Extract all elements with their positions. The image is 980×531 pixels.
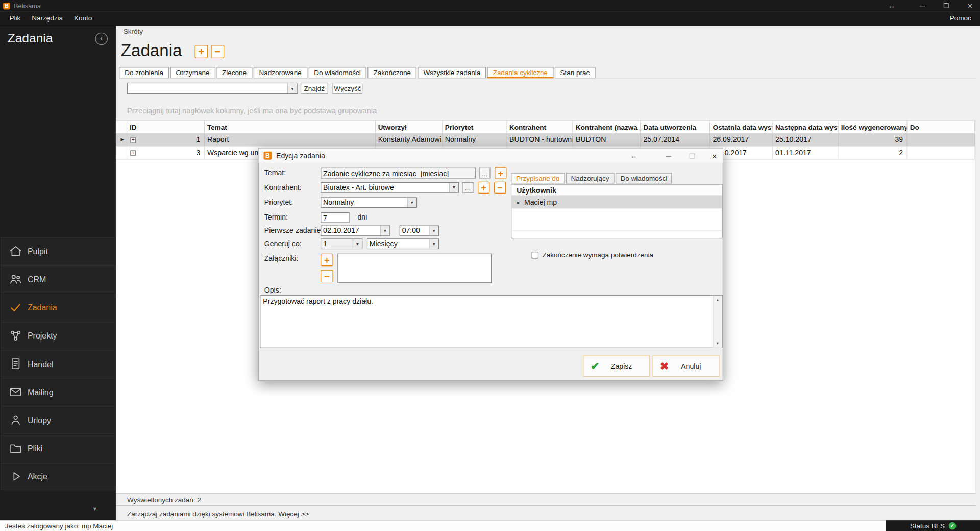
remove-task-button[interactable]: − bbox=[211, 45, 224, 58]
zalacznik-add-button[interactable]: + bbox=[321, 254, 333, 267]
generuj-interval-select[interactable]: 1 ▾ bbox=[321, 238, 362, 249]
cell-ilosc-value: 39 bbox=[895, 136, 906, 143]
menu-pomoc[interactable]: Pomoc bbox=[944, 11, 980, 26]
tab-do-zrobienia[interactable]: Do zrobienia bbox=[119, 67, 169, 78]
dialog-minimize-button[interactable] bbox=[662, 149, 675, 163]
menu-konto[interactable]: Konto bbox=[68, 11, 97, 26]
sidebar-item-akcje[interactable]: Akcje bbox=[1, 463, 115, 490]
dialog-title: Edycja zadania bbox=[276, 152, 325, 159]
kontrahent-select[interactable]: Biuratex - Art. biurowe ▾ bbox=[321, 182, 459, 193]
tab-nadzorujacy[interactable]: Nadzorujący bbox=[566, 173, 615, 183]
tab-nadzorowane[interactable]: Nadzorowane bbox=[254, 67, 307, 78]
find-button[interactable]: Znajdź bbox=[301, 83, 328, 94]
promo-link[interactable]: Zarządzaj zadaniami dzięki systemowi Bel… bbox=[116, 506, 975, 517]
sidebar-back-button[interactable]: ‹ bbox=[95, 32, 108, 45]
tab-stan-prac[interactable]: Stan prac bbox=[555, 67, 596, 78]
combo-arrow-icon[interactable]: ▾ bbox=[380, 226, 389, 235]
dialog-resize-icon[interactable]: ↔ bbox=[627, 149, 641, 163]
sidebar-item-projekty[interactable]: Projekty bbox=[1, 322, 115, 349]
opis-scrollbar[interactable]: ▲ ▼ bbox=[713, 296, 722, 348]
play-icon bbox=[9, 470, 22, 484]
cell-kontrahent: BUDTON - hurtowni... bbox=[507, 133, 573, 146]
dialog-maximize-button[interactable] bbox=[685, 149, 699, 163]
menu-plik[interactable]: Plik bbox=[4, 11, 26, 26]
sidebar-item-mailing[interactable]: Mailing bbox=[1, 378, 115, 406]
scroll-down-icon[interactable]: ▼ bbox=[716, 339, 719, 347]
tab-do-wiadomosci-dialog[interactable]: Do wiadomości bbox=[616, 173, 672, 183]
combo-arrow-icon[interactable]: ▾ bbox=[287, 83, 297, 93]
temat-browse-button[interactable]: ... bbox=[479, 168, 491, 179]
cancel-button[interactable]: ✖ Anuluj bbox=[652, 356, 719, 377]
column-header-nastepna-data-wysylki[interactable]: Następna data wysyłki bbox=[773, 121, 839, 133]
tab-wszystkie-zadania[interactable]: Wszystkie zadania bbox=[418, 67, 486, 78]
sidebar-item-crm[interactable]: CRM bbox=[1, 266, 115, 293]
window-close-button[interactable]: × bbox=[963, 0, 977, 11]
zalaczniki-list[interactable] bbox=[337, 254, 492, 283]
dialog-titlebar: B Edycja zadania ↔ × bbox=[259, 149, 723, 163]
window-resize-icon[interactable]: ↔ bbox=[885, 0, 899, 11]
application-window: B Belisama ↔ × Plik Narzędzia Konto Pomo… bbox=[0, 0, 980, 531]
kontrahent-add-button[interactable]: + bbox=[478, 182, 489, 194]
breadcrumb[interactable]: Skróty bbox=[124, 28, 143, 35]
combo-arrow-icon[interactable]: ▾ bbox=[407, 198, 416, 207]
pierwsze-time-select[interactable]: 07:00 ▾ bbox=[400, 226, 439, 236]
pierwsze-date-value: 02.10.2017 bbox=[321, 226, 380, 235]
sidebar-item-pliki[interactable]: Pliki bbox=[1, 435, 115, 462]
search-input[interactable] bbox=[128, 83, 287, 93]
column-header-temat[interactable]: Temat bbox=[205, 121, 376, 133]
kontrahent-remove-button[interactable]: − bbox=[494, 182, 506, 194]
column-header-data-utworzenia[interactable]: Data utworzenia bbox=[641, 121, 710, 133]
sidebar-collapse-caret[interactable]: ▾ bbox=[93, 504, 96, 511]
tab-przypisane-do[interactable]: Przypisane do bbox=[511, 173, 565, 183]
add-task-button[interactable]: + bbox=[195, 45, 208, 58]
tab-do-wiadomosci[interactable]: Do wiadomości bbox=[308, 67, 366, 78]
combo-arrow-icon[interactable]: ▾ bbox=[353, 239, 362, 248]
tab-zlecone[interactable]: Zlecone bbox=[216, 67, 252, 78]
column-header-do[interactable]: Do bbox=[908, 121, 975, 133]
scroll-up-icon[interactable]: ▲ bbox=[716, 296, 719, 304]
combo-arrow-icon[interactable]: ▾ bbox=[429, 239, 438, 248]
expand-row-icon[interactable]: + bbox=[130, 137, 136, 142]
dialog-close-button[interactable]: × bbox=[707, 149, 721, 163]
user-row[interactable]: ▸ Maciej mp bbox=[511, 196, 722, 209]
column-header-utworzyl[interactable]: Utworzył bbox=[376, 121, 443, 133]
sidebar-item-handel[interactable]: Handel bbox=[1, 350, 115, 378]
sidebar-header: Zadania ‹ bbox=[0, 26, 116, 45]
zalacznik-remove-button[interactable]: − bbox=[321, 270, 333, 283]
tab-otrzymane[interactable]: Otrzymane bbox=[170, 67, 215, 78]
pierwsze-date-select[interactable]: 02.10.2017 ▾ bbox=[321, 226, 390, 236]
temat-add-button[interactable]: + bbox=[495, 167, 506, 179]
window-maximize-button[interactable] bbox=[939, 0, 953, 11]
edit-task-dialog: B Edycja zadania ↔ × Temat: ... + Kontra… bbox=[258, 148, 723, 380]
column-header-ilosc[interactable]: Ilość wygenerowany... bbox=[839, 121, 908, 133]
column-header-priorytet[interactable]: Priorytet bbox=[443, 121, 507, 133]
combo-arrow-icon[interactable]: ▾ bbox=[449, 183, 458, 192]
generuj-unit-select[interactable]: Miesięcy ▾ bbox=[367, 238, 439, 249]
tab-zadania-cykliczne[interactable]: Zadania cykliczne bbox=[487, 67, 553, 78]
clear-button[interactable]: Wyczyść bbox=[332, 83, 362, 94]
assignment-tabstrip: Przypisane do Nadzorujący Do wiadomości bbox=[511, 173, 673, 183]
column-header-id[interactable]: ID bbox=[127, 121, 205, 133]
column-header-kontrahent-nazwa[interactable]: Kontrahent (nazwa ... bbox=[573, 121, 641, 133]
search-combobox[interactable]: ▾ bbox=[127, 83, 298, 94]
sidebar-item-pulpit[interactable]: Pulpit bbox=[1, 237, 115, 265]
column-header-ostatnia-data-wysylki[interactable]: Ostatnia data wysyłki bbox=[710, 121, 773, 133]
menu-narzedzia[interactable]: Narzędzia bbox=[26, 11, 68, 26]
sidebar-item-zadania[interactable]: Zadania bbox=[1, 294, 115, 321]
window-minimize-button[interactable] bbox=[916, 0, 929, 11]
opis-textarea[interactable]: Przygotować raport z pracy działu. ▲ ▼ bbox=[260, 295, 723, 348]
column-header-kontrahent[interactable]: Kontrahent bbox=[507, 121, 573, 133]
tab-zakonczone[interactable]: Zakończone bbox=[368, 67, 416, 78]
sidebar-item-urlopy[interactable]: Urlopy bbox=[1, 406, 115, 434]
save-button[interactable]: ✔ Zapisz bbox=[583, 356, 650, 377]
priorytet-select[interactable]: Normalny ▾ bbox=[321, 197, 417, 208]
combo-arrow-icon[interactable]: ▾ bbox=[429, 226, 438, 235]
confirm-checkbox[interactable] bbox=[532, 252, 538, 258]
table-row[interactable]: ▶ +1 Raport Konstanty Adamowi... Normaln… bbox=[116, 133, 975, 147]
kontrahent-browse-button[interactable]: ... bbox=[462, 182, 473, 193]
termin-input[interactable] bbox=[321, 212, 349, 223]
tree-expand-icon[interactable]: ▸ bbox=[517, 200, 520, 205]
users-column-header[interactable]: Użytkownik bbox=[511, 185, 722, 196]
expand-row-icon[interactable]: + bbox=[130, 150, 136, 156]
temat-input[interactable] bbox=[321, 168, 476, 179]
